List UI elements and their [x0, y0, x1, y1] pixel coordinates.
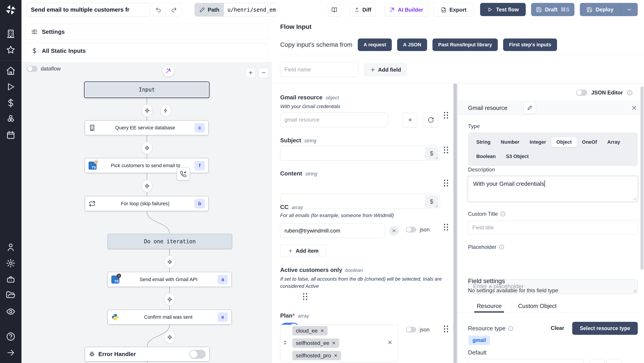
remove-tag-icon[interactable]: ✕	[320, 328, 324, 333]
select-resource-type-button[interactable]: Select resource type	[572, 322, 638, 335]
expand-sidebar-icon[interactable]	[0, 345, 22, 361]
info-icon[interactable]	[508, 326, 514, 331]
favorites-star-icon[interactable]	[0, 42, 22, 58]
resize-handle[interactable]	[633, 197, 636, 200]
workspace-icon[interactable]	[0, 26, 22, 42]
path-label-segment[interactable]: Path	[195, 3, 224, 16]
copy-from-past-runs-button[interactable]: Past Runs/Input library	[432, 39, 498, 51]
diff-button[interactable]: Diff	[350, 3, 376, 17]
deploy-button[interactable]: Deploy	[580, 3, 620, 16]
all-static-inputs-row[interactable]: All Static Inputs	[25, 43, 268, 59]
type-option[interactable]: OneOf	[577, 137, 602, 147]
test-flow-button[interactable]: Test flow	[480, 3, 526, 16]
windmill-logo[interactable]	[0, 0, 22, 20]
settings-row[interactable]: Settings	[25, 24, 268, 40]
node-send-email[interactable]: TS Send email with Gmail API a	[108, 272, 232, 287]
copy-from-json-button[interactable]: A JSON	[397, 39, 427, 51]
sidebar-item-schedules[interactable]	[0, 127, 22, 143]
subject-textarea[interactable]: $	[280, 146, 440, 161]
remove-cc-item-button[interactable]	[389, 226, 399, 236]
add-step-button[interactable]	[142, 104, 152, 117]
tab-custom-object[interactable]: Custom Object	[518, 302, 556, 309]
drag-handle[interactable]	[444, 326, 448, 333]
drag-handle[interactable]	[444, 147, 448, 154]
info-icon[interactable]	[627, 90, 633, 96]
json-editor-toggle[interactable]	[576, 90, 587, 96]
resize-handle[interactable]	[435, 204, 438, 207]
node-for-loop[interactable]: For loop (skip failures) b	[85, 196, 209, 211]
sidebar-item-resources[interactable]	[0, 111, 22, 127]
copy-from-request-button[interactable]: A request	[358, 39, 392, 51]
drag-handle[interactable]	[444, 224, 448, 231]
error-handler-toggle[interactable]	[189, 350, 206, 359]
sidebar-item-home[interactable]	[0, 63, 22, 79]
dataflow-toggle[interactable]	[27, 66, 38, 72]
add-step-button[interactable]	[142, 180, 152, 192]
add-step-button[interactable]	[164, 256, 175, 268]
ai-flow-button[interactable]	[162, 65, 174, 77]
node-query-db[interactable]: Query EE service database c	[85, 120, 209, 135]
drag-handle[interactable]	[303, 293, 308, 300]
info-icon[interactable]	[500, 211, 506, 217]
export-button[interactable]: Export	[433, 3, 474, 17]
phone-incoming-badge[interactable]	[177, 168, 190, 180]
add-resource-button[interactable]: +	[403, 112, 417, 128]
node-confirm-mail[interactable]: Confirm mail was sent e	[108, 310, 232, 324]
drag-handle[interactable]	[444, 112, 448, 119]
sidebar-item-folders[interactable]	[0, 287, 22, 303]
sidebar-item-users[interactable]	[0, 239, 22, 255]
cc-json-toggle[interactable]	[406, 227, 416, 232]
mid-panel-scrollbar[interactable]	[453, 84, 457, 363]
docs-button[interactable]	[328, 3, 341, 17]
add-step-button[interactable]	[164, 331, 175, 343]
type-option[interactable]: String	[471, 137, 496, 147]
resize-handle[interactable]	[435, 156, 438, 159]
undo-button[interactable]	[150, 3, 166, 17]
node-error-handler[interactable]: Error Handler	[85, 347, 210, 361]
close-panel-button[interactable]	[629, 103, 640, 113]
type-option-selected[interactable]: Object	[551, 137, 577, 147]
plan-json-toggle[interactable]	[406, 327, 416, 332]
type-option[interactable]: Boolean	[471, 151, 501, 162]
add-step-button[interactable]	[142, 142, 152, 154]
sort-icon[interactable]	[282, 340, 288, 345]
clear-button[interactable]: Clear	[551, 325, 564, 331]
type-option[interactable]: S3 Object	[501, 151, 534, 162]
sidebar-item-audit[interactable]	[0, 303, 22, 319]
add-trigger-button[interactable]	[160, 104, 171, 117]
tab-resource[interactable]: Resource	[477, 302, 502, 309]
ai-builder-button[interactable]: AI Builder	[384, 3, 428, 17]
resource-type-badge[interactable]: gmail	[468, 335, 490, 345]
copy-from-first-step-button[interactable]: First step's inputs	[503, 39, 557, 51]
default-refresh-button[interactable]	[607, 359, 622, 363]
gmail-resource-input[interactable]: gmail resource	[280, 112, 388, 127]
clear-tags-icon[interactable]	[387, 340, 393, 345]
cc-item-input[interactable]: ruben@trywindmill.com	[280, 223, 385, 238]
type-option[interactable]: Number	[496, 137, 524, 147]
add-step-button[interactable]	[164, 293, 175, 306]
sidebar-item-settings[interactable]	[0, 255, 22, 271]
remove-tag-icon[interactable]: ✕	[332, 340, 336, 346]
sidebar-item-runs[interactable]	[0, 79, 22, 95]
right-panel-scrollbar[interactable]	[640, 84, 644, 363]
node-input[interactable]: Input	[84, 82, 210, 98]
remove-tag-icon[interactable]: ✕	[334, 353, 338, 358]
zoom-out-button[interactable]: −	[259, 68, 268, 78]
path-input[interactable]: u/henri/send_em	[224, 3, 277, 16]
type-option[interactable]: Array	[602, 137, 625, 147]
flow-title-input[interactable]: Send email to multiple customers fr	[26, 3, 150, 17]
resize-handle[interactable]	[633, 289, 636, 292]
node-do-one-iteration[interactable]: Do one iteration	[108, 234, 232, 249]
redo-button[interactable]	[166, 3, 182, 17]
sidebar-item-variables[interactable]	[0, 95, 22, 111]
refresh-resource-button[interactable]	[424, 112, 438, 128]
drag-handle[interactable]	[444, 180, 448, 187]
plan-tags-box[interactable]: cloud_ee✕ selfhosted_ee✕ selfhosted_pro✕	[280, 325, 398, 362]
add-item-button[interactable]: Add item	[280, 244, 326, 257]
content-textarea[interactable]: $	[280, 194, 440, 209]
info-icon[interactable]	[499, 244, 504, 250]
sidebar-item-ai[interactable]	[0, 271, 22, 287]
help-icon[interactable]	[0, 328, 22, 345]
default-add-button[interactable]: +	[590, 359, 604, 363]
edit-title-button[interactable]	[524, 102, 536, 114]
